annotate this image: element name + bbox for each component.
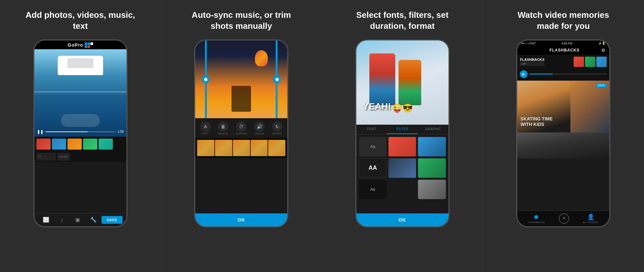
mystories-nav-label: MY STORIES (583, 221, 599, 223)
ok-button-3[interactable]: OK (356, 213, 448, 226)
clip-5[interactable] (99, 139, 113, 150)
phone-2: ⬤ ⬤ A TEXT 🗑 DELETE ⏱ SLOWMO 🔊 SOUND ↻ (194, 40, 288, 227)
tool-rotate[interactable]: ↻ ROTATE (272, 121, 282, 135)
video-icon[interactable]: ▣ (70, 217, 86, 223)
tab-graphic[interactable]: GRAPHIC (418, 125, 448, 134)
panel-2-title: Auto-sync music, or trim shots manually (186, 10, 296, 32)
filter-grid: Aa AA Aa (356, 134, 448, 202)
tool-delete[interactable]: 🗑 DELETE (218, 121, 228, 135)
balloon (255, 50, 268, 66)
skier-2 (399, 60, 421, 105)
slowmo-tool-icon: ⏱ (236, 121, 246, 132)
frame-1[interactable] (197, 140, 214, 156)
clip-2[interactable] (52, 139, 66, 150)
tab-font[interactable]: FONT (356, 125, 387, 134)
filter-img-3[interactable] (388, 158, 416, 178)
slowmo-tool-label: SLOWMO (236, 132, 247, 135)
filter-aa-1[interactable]: Aa (359, 137, 387, 156)
dot-3 (90, 42, 93, 45)
flashbacks-nav-label: FLASHBACKS (528, 221, 545, 223)
trim-icon-left[interactable]: ⬤ (202, 75, 209, 83)
phone-3: YEAH! 😜😎 FONT FILTER GRAPHIC Aa AA Aa (355, 40, 449, 227)
tab-filter[interactable]: FILTER (387, 125, 418, 134)
tool-sound[interactable]: 🔊 SOUND (254, 121, 265, 135)
delete-tool-icon: 🗑 (218, 121, 228, 132)
fb-thumb-1 (574, 57, 584, 67)
flashbacks-label: FLASHBACKS (520, 58, 544, 62)
fb-thumb-2 (585, 57, 595, 67)
flashbacks-banner: FLASHBACKS 24H (517, 55, 609, 69)
dot-4 (85, 45, 87, 48)
boat (58, 56, 103, 75)
play-button[interactable]: ▶ (520, 70, 528, 78)
progress-bar[interactable] (45, 131, 116, 132)
text-tool-icon: A (200, 121, 211, 132)
swimmer (61, 114, 100, 127)
frame-5[interactable] (268, 140, 285, 156)
yeah-label: YEAH! (363, 101, 391, 112)
text-clip-2[interactable]: ▦▦▦▦ (57, 153, 70, 161)
library-icon[interactable]: ⬜ (38, 217, 54, 223)
text-tool-label: TEXT (202, 132, 209, 135)
new-badge: NEW (596, 83, 607, 87)
rotate-tool-icon: ↻ (272, 121, 282, 132)
time-label: 1:56 (117, 130, 124, 133)
panel-4-title: Watch video memoriesmade for you (518, 10, 609, 32)
road-card[interactable] (517, 132, 609, 158)
app-header: FLASHBACKS ⚙ (517, 46, 609, 55)
phone-4: •••○○ AT&T 4:56 PM ⚡🔋 FLASHBACKS ⚙ FLASH… (516, 40, 610, 227)
filter-img-1[interactable] (388, 137, 416, 156)
text-clip-label-2: ▦▦▦▦ (59, 155, 68, 158)
frame-3[interactable] (233, 140, 250, 156)
clip-3[interactable] (67, 139, 82, 150)
filter-img-2[interactable] (418, 137, 446, 156)
panel-1: Add photos, videos, music, text GoPro (0, 0, 161, 272)
filter-empty-1[interactable] (388, 180, 416, 199)
timeline (195, 138, 287, 158)
progress-fill (45, 131, 88, 132)
text-clip-label-1: T+ (38, 155, 42, 158)
skating-title: SKATING TIMEWITH KIDS (520, 116, 553, 127)
tools-icon[interactable]: 🔧 (86, 217, 101, 223)
add-button[interactable]: + (559, 213, 569, 224)
text-clip-1[interactable]: T+ (36, 153, 56, 161)
clip-1[interactable] (36, 139, 51, 150)
fb-progress-bar[interactable] (530, 74, 607, 74)
bottom-nav: ⏺ FLASHBACKS + 👤 MY STORIES (517, 210, 609, 226)
status-bar: •••○○ AT&T 4:56 PM ⚡🔋 (517, 40, 609, 46)
flashbacks-thumbs (574, 57, 607, 67)
dot-6 (90, 45, 93, 48)
fb-thumb-3 (596, 57, 607, 67)
panel-2: Auto-sync music, or trim shots manually … (161, 0, 322, 272)
trim-video: ⬤ ⬤ (195, 40, 287, 118)
music-icon[interactable]: ♪ (54, 217, 70, 223)
boat-cabin (67, 58, 93, 68)
trim-icon-right[interactable]: ⬤ (273, 75, 281, 83)
skating-card[interactable]: NEW SKATING TIMEWITH KIDS (517, 81, 609, 132)
nav-flashbacks[interactable]: ⏺ FLASHBACKS (528, 214, 545, 223)
frame-2[interactable] (215, 140, 232, 156)
settings-icon[interactable]: ⚙ (601, 48, 605, 53)
ok-button-2[interactable]: OK (195, 213, 287, 226)
nav-mystories[interactable]: 👤 MY STORIES (583, 213, 599, 223)
tool-buttons: A TEXT 🗑 DELETE ⏱ SLOWMO 🔊 SOUND ↻ ROTAT… (195, 118, 287, 138)
emoji-display: 😜😎 (392, 103, 413, 113)
play-controls: ❚❚ 1:56 (34, 130, 126, 134)
filter-aa-small-label: Aa (370, 187, 375, 192)
person (232, 86, 251, 112)
gopro-dots (85, 42, 93, 48)
filter-empty-2[interactable] (418, 180, 446, 199)
save-button[interactable]: SAVE (101, 216, 123, 224)
panel-3-title: Select fonts, filters, set duration, for… (347, 10, 458, 32)
clip-4[interactable] (83, 139, 97, 150)
video-preview: ❚❚ 1:56 (34, 49, 126, 137)
tool-text[interactable]: A TEXT (200, 121, 211, 135)
frame-4[interactable] (251, 140, 268, 156)
playback-progress: ▶ (517, 69, 609, 81)
pause-button[interactable]: ❚❚ (37, 130, 43, 134)
tool-slowmo[interactable]: ⏱ SLOWMO (236, 121, 247, 135)
filter-aa-small[interactable]: Aa (359, 180, 387, 199)
panel-1-title: Add photos, videos, music, text (25, 10, 136, 32)
filter-img-4[interactable] (418, 158, 446, 178)
filter-aa-big[interactable]: AA (359, 158, 387, 178)
